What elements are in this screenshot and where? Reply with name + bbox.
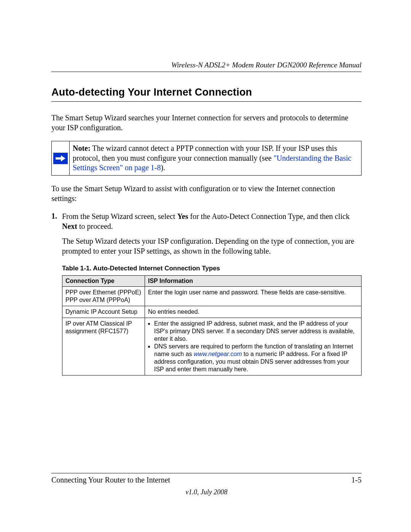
step-text: to proceed. [77, 222, 113, 230]
note-icon-cell [52, 141, 70, 175]
footer-version: v1.0, July 2008 [51, 488, 362, 496]
arrow-right-icon [53, 153, 68, 164]
list-item: DNS servers are required to perform the … [154, 343, 358, 373]
table-header-row: Connection Type ISP Information [62, 275, 362, 286]
note-body-post: ). [161, 163, 165, 172]
step-follow-paragraph: The Setup Wizard detects your ISP config… [62, 236, 362, 256]
cell-line: PPP over ATM (PPPoA) [65, 297, 130, 303]
cell-isp-info: No entries needed. [145, 306, 362, 318]
cell-connection-type: Dynamic IP Account Setup [62, 306, 145, 318]
note-text: Note: The wizard cannot detect a PPTP co… [70, 141, 361, 175]
connection-types-table: Connection Type ISP Information PPP over… [62, 275, 362, 375]
footer-chapter: Connecting Your Router to the Internet [51, 476, 170, 484]
step-yes: Yes [177, 212, 188, 220]
cell-line: PPP over Ethernet (PPPoE) [65, 289, 141, 296]
doc-header: Wireless-N ADSL2+ Modem Router DGN2000 R… [51, 61, 362, 72]
step-1: 1. From the Setup Wizard screen, select … [51, 212, 362, 231]
section-heading: Auto-detecting Your Internet Connection [51, 86, 362, 102]
page-footer: Connecting Your Router to the Internet 1… [51, 473, 362, 496]
cell-connection-type: IP over ATM Classical IP assignment (RFC… [62, 318, 145, 375]
cell-line: IP over ATM Classical IP [65, 320, 132, 327]
th-connection-type: Connection Type [62, 275, 145, 286]
list-item: Enter the assigned IP address, subnet ma… [154, 320, 358, 343]
intro-paragraph: The Smart Setup Wizard searches your Int… [51, 113, 362, 133]
table-row: PPP over Ethernet (PPPoE) PPP over ATM (… [62, 286, 362, 306]
note-label: Note: [73, 144, 91, 152]
step-text: for the Auto-Detect Connection Type, and… [188, 212, 350, 220]
netgear-url-link[interactable]: www.netgear.com [194, 351, 242, 357]
step-body: From the Setup Wizard screen, select Yes… [62, 212, 362, 231]
th-isp-info: ISP Information [145, 275, 362, 286]
ordered-steps: 1. From the Setup Wizard screen, select … [51, 212, 362, 256]
step-text: From the Setup Wizard screen, select [62, 212, 177, 220]
footer-page-number: 1-5 [351, 476, 362, 484]
table-row: IP over ATM Classical IP assignment (RFC… [62, 318, 362, 375]
cell-isp-info: Enter the login user name and password. … [145, 286, 362, 306]
pre-steps-paragraph: To use the Smart Setup Wizard to assist … [51, 184, 362, 203]
cell-isp-info: Enter the assigned IP address, subnet ma… [145, 318, 362, 375]
table-caption: Table 1-1. Auto-Detected Internet Connec… [62, 265, 362, 272]
step-next: Next [62, 222, 77, 230]
cell-connection-type: PPP over Ethernet (PPPoE) PPP over ATM (… [62, 286, 145, 306]
note-box: Note: The wizard cannot detect a PPTP co… [51, 141, 362, 176]
step-number: 1. [51, 212, 62, 231]
cell-line: assignment (RFC1577) [65, 328, 128, 334]
table-row: Dynamic IP Account Setup No entries need… [62, 306, 362, 318]
